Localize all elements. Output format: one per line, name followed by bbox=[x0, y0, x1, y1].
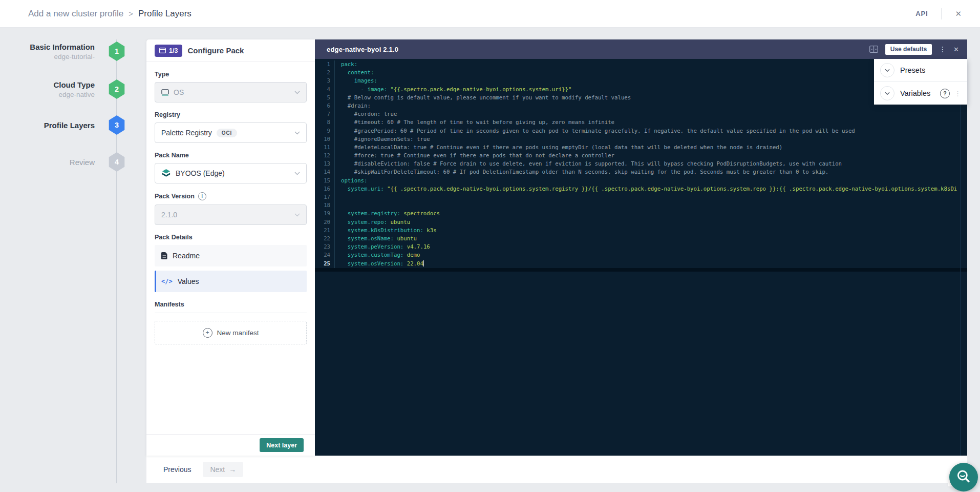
code-values-icon: </> bbox=[161, 278, 173, 285]
new-manifest-button[interactable]: + New manifest bbox=[155, 321, 307, 344]
code-line[interactable]: 5 # Below config is default value, pleas… bbox=[315, 94, 967, 102]
close-wizard-icon[interactable]: ✕ bbox=[952, 9, 965, 19]
help-icon[interactable]: ? bbox=[940, 89, 950, 98]
chevron-down-circle-icon[interactable] bbox=[880, 63, 894, 77]
code-line[interactable]: 14 #skipWaitForDeleteTimeout: 60 # If po… bbox=[315, 168, 967, 176]
panel-row-variables[interactable]: Variables?⋮ bbox=[874, 81, 967, 105]
stepper-step-profile-layers[interactable]: Profile Layers3 bbox=[0, 114, 125, 136]
code-line[interactable]: 17 bbox=[315, 193, 967, 201]
next-layer-button[interactable]: Next layer bbox=[260, 438, 304, 452]
values-tab[interactable]: </> Values bbox=[155, 271, 307, 292]
line-text: #drain: bbox=[334, 102, 967, 110]
configure-pack-card: 1/3 Configure Pack Type OS Registry Pale… bbox=[146, 39, 315, 456]
line-number: 5 bbox=[315, 94, 330, 102]
registry-select[interactable]: Palette Registry OCI bbox=[155, 122, 307, 143]
api-button[interactable]: API bbox=[912, 9, 931, 18]
line-text: system.k8sDistribution: k3s bbox=[334, 227, 967, 235]
help-search-fab[interactable] bbox=[949, 463, 978, 491]
next-button[interactable]: Next → bbox=[203, 462, 243, 477]
presets-variables-panel: PresetsVariables?⋮ bbox=[874, 59, 967, 105]
code-line[interactable]: 23 system.peVersion: v4.7.16 bbox=[315, 243, 967, 251]
byoos-pack-icon bbox=[161, 169, 171, 178]
breadcrumb-parent-link[interactable]: Add a new cluster profile bbox=[28, 9, 123, 19]
line-text: #deleteLocalData: true # Continue even i… bbox=[334, 144, 967, 152]
breadcrumb-separator: > bbox=[129, 9, 133, 18]
top-bar: Add a new cluster profile > Profile Laye… bbox=[0, 0, 980, 28]
line-number: 9 bbox=[315, 127, 330, 135]
step-hexagon-badge: 2 bbox=[108, 79, 125, 99]
code-line[interactable]: 8 #timeout: 60 # The length of time to w… bbox=[315, 118, 967, 127]
yaml-code-area[interactable]: 1pack:2 content:3 images:4 - image: "{{.… bbox=[315, 59, 967, 456]
code-line[interactable]: 12 #force: true # Continue even if there… bbox=[315, 152, 967, 160]
code-line[interactable]: 24 system.customTag: demo bbox=[315, 251, 967, 259]
use-defaults-button[interactable]: Use defaults bbox=[885, 44, 932, 55]
next-button-label: Next bbox=[210, 465, 225, 474]
configure-pack-title: Configure Pack bbox=[187, 46, 244, 55]
stepper-step-review[interactable]: Review4 bbox=[0, 151, 125, 173]
pack-name-label: Pack Name bbox=[155, 152, 307, 159]
stepper-step-basic-information[interactable]: Basic Informationedge-tutorial-1 bbox=[0, 40, 125, 63]
code-line[interactable]: 25 system.osVersion: 22.04 bbox=[315, 260, 967, 268]
line-text: system.osVersion: 22.04 bbox=[334, 260, 967, 268]
editor-scrollbar-track[interactable] bbox=[960, 59, 961, 456]
code-line[interactable]: 15options: bbox=[315, 177, 967, 185]
line-text: # Below config is default value, please … bbox=[334, 94, 967, 102]
code-line[interactable]: 2 content: bbox=[315, 69, 967, 77]
arrow-right-icon: → bbox=[229, 465, 236, 474]
code-line[interactable]: 16 system.uri: "{{ .spectro.pack.edge-na… bbox=[315, 185, 967, 193]
line-number: 15 bbox=[315, 177, 330, 185]
code-line[interactable]: 13 #disableEviction: false # Force drain… bbox=[315, 160, 967, 168]
line-text: pack: bbox=[334, 60, 967, 69]
os-layer-icon bbox=[161, 89, 169, 96]
code-line[interactable]: 22 system.osName: ubuntu bbox=[315, 235, 967, 243]
code-line[interactable]: 19 system.registry: spectrodocs bbox=[315, 210, 967, 218]
line-text: system.repo: ubuntu bbox=[334, 218, 967, 227]
type-select[interactable]: OS bbox=[155, 82, 307, 102]
line-text: system.customTag: demo bbox=[334, 251, 967, 259]
code-line[interactable]: 9 #gracePeriod: 60 # Period of time in s… bbox=[315, 127, 967, 135]
line-number: 11 bbox=[315, 144, 330, 152]
code-line[interactable]: 7 #cordon: true bbox=[315, 110, 967, 118]
step-hexagon-badge: 1 bbox=[108, 42, 125, 61]
line-text: #cordon: true bbox=[334, 110, 967, 118]
diff-view-icon[interactable] bbox=[869, 46, 878, 53]
pack-version-label-text: Pack Version bbox=[155, 193, 195, 200]
panel-row-presets[interactable]: Presets bbox=[874, 59, 967, 81]
pack-version-select[interactable]: 2.1.0 bbox=[155, 204, 307, 225]
previous-button[interactable]: Previous bbox=[160, 465, 194, 474]
code-line[interactable]: 18 bbox=[315, 201, 967, 210]
editor-close-icon[interactable]: ✕ bbox=[953, 46, 959, 53]
line-text: system.registry: spectrodocs bbox=[334, 210, 967, 218]
search-chat-icon bbox=[955, 468, 972, 486]
pack-version-label: Pack Version i bbox=[155, 192, 307, 200]
code-line[interactable]: 11 #deleteLocalData: true # Continue eve… bbox=[315, 144, 967, 152]
step-labels: Cloud Typeedge-native bbox=[53, 80, 95, 98]
registry-label: Registry bbox=[155, 111, 307, 118]
code-line[interactable]: 21 system.k8sDistribution: k3s bbox=[315, 227, 967, 235]
chevron-down-circle-icon[interactable] bbox=[880, 86, 894, 100]
code-line[interactable]: 20 system.repo: ubuntu bbox=[315, 218, 967, 227]
text-cursor bbox=[423, 260, 424, 266]
readme-tab[interactable]: Readme bbox=[155, 245, 307, 266]
values-editor: edge-native-byoi 2.1.0 Use defaults ⋮ ✕ … bbox=[315, 39, 967, 456]
code-line[interactable]: 6 #drain: bbox=[315, 102, 967, 110]
line-text bbox=[334, 201, 967, 210]
line-text: system.osName: ubuntu bbox=[334, 235, 967, 243]
chevron-down-icon bbox=[294, 172, 300, 175]
code-line[interactable]: 1pack: bbox=[315, 60, 967, 69]
stepper-connector-line bbox=[116, 39, 117, 483]
editor-menu-icon[interactable]: ⋮ bbox=[939, 46, 946, 53]
pack-name-select[interactable]: BYOOS (Edge) bbox=[155, 163, 307, 183]
step-sublabel: edge-tutorial- bbox=[30, 53, 95, 60]
code-line[interactable]: 4 - image: "{{.spectro.pack.edge-native-… bbox=[315, 86, 967, 94]
manifests-label: Manifests bbox=[155, 301, 307, 308]
line-number: 1 bbox=[315, 60, 330, 69]
info-icon[interactable]: i bbox=[198, 192, 206, 200]
line-text: #disableEviction: false # Force drain to… bbox=[334, 160, 967, 168]
stepper-step-cloud-type[interactable]: Cloud Typeedge-native2 bbox=[0, 78, 125, 100]
line-number: 25 bbox=[315, 260, 330, 268]
code-line[interactable]: 3 images: bbox=[315, 77, 967, 85]
row-menu-icon[interactable]: ⋮ bbox=[954, 90, 961, 97]
code-line[interactable]: 10 #ignoreDaemonSets: true bbox=[315, 135, 967, 144]
plus-circle-icon: + bbox=[203, 328, 212, 338]
